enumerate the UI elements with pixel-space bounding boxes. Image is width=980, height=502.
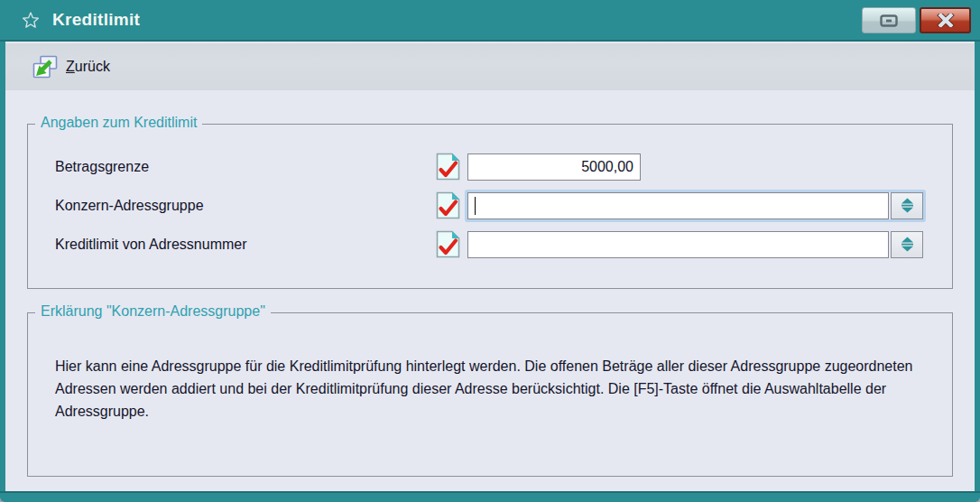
window-title: Kreditlimit (52, 10, 140, 30)
close-button[interactable] (920, 7, 971, 33)
konzern-adressgruppe-label: Konzern-Adressgruppe (55, 198, 436, 214)
restore-button[interactable] (862, 7, 916, 33)
back-button[interactable]: Zurück (29, 51, 119, 82)
form-row-konzern-adressgruppe: Konzern-Adressgruppe (55, 191, 923, 219)
window-controls (862, 7, 971, 33)
spinner-updown-icon (901, 237, 914, 252)
kreditlimit-von-adressnummer-spinner[interactable] (891, 231, 923, 258)
konzern-adressgruppe-spinner[interactable] (891, 192, 923, 219)
back-button-label: Zurück (66, 59, 110, 75)
group-erklaerung-legend: Erklärung "Konzern-Adressgruppe" (35, 303, 271, 320)
validated-check-icon (436, 191, 460, 219)
betragsgrenze-label: Betragsgrenze (55, 159, 436, 175)
text-caret (475, 197, 476, 215)
kreditlimit-von-adressnummer-input[interactable] (467, 231, 889, 258)
main-content: Angaben zum Kreditlimit Betragsgrenze Ko… (5, 90, 975, 491)
betragsgrenze-input[interactable] (467, 153, 641, 181)
group-kreditlimit-angaben: Angaben zum Kreditlimit Betragsgrenze Ko… (27, 124, 953, 289)
explanation-text: Hier kann eine Adressgruppe für die Kred… (55, 355, 929, 423)
konzern-adressgruppe-group (467, 192, 923, 219)
validated-check-icon (436, 153, 460, 181)
validated-check-icon (436, 230, 460, 258)
titlebar[interactable]: Kreditlimit (0, 0, 980, 42)
spinner-updown-icon (901, 198, 914, 213)
kreditlimit-von-adressnummer-label: Kreditlimit von Adressnummer (55, 237, 436, 253)
window-frame-bottom (0, 491, 980, 502)
toolbar: Zurück (5, 43, 975, 90)
window-frame-right (975, 0, 980, 502)
star-icon (22, 11, 40, 29)
group-kreditlimit-legend: Angaben zum Kreditlimit (35, 115, 202, 131)
form-row-kreditlimit-von-adressnummer: Kreditlimit von Adressnummer (55, 230, 923, 258)
group-erklaerung: Erklärung "Konzern-Adressgruppe" Hier ka… (27, 312, 953, 477)
back-icon (32, 55, 58, 79)
close-icon (936, 14, 956, 27)
form-row-betragsgrenze: Betragsgrenze (55, 153, 923, 181)
kreditlimit-von-adressnummer-group (467, 231, 923, 258)
window-frame-left (0, 0, 5, 502)
kreditlimit-window: Kreditlimit (0, 0, 980, 502)
konzern-adressgruppe-input[interactable] (467, 192, 889, 219)
restore-icon (880, 14, 898, 27)
